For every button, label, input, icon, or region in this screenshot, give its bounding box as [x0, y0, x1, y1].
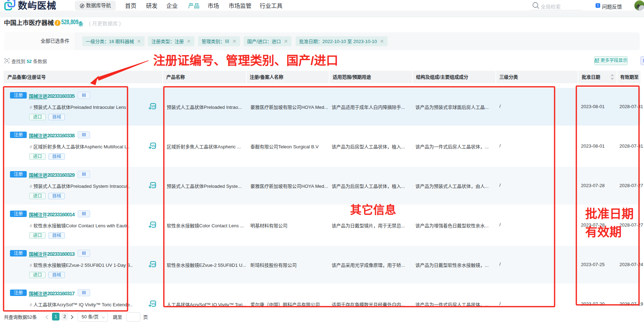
svg-text:A: A: [594, 58, 597, 62]
svg-text:VS: VS: [151, 184, 155, 187]
svg-text:VS: VS: [151, 263, 155, 266]
svg-text:VS: VS: [151, 302, 155, 306]
svg-text:VS: VS: [151, 223, 155, 227]
svg-text:VS: VS: [151, 144, 155, 148]
svg-text:VS: VS: [151, 105, 155, 108]
